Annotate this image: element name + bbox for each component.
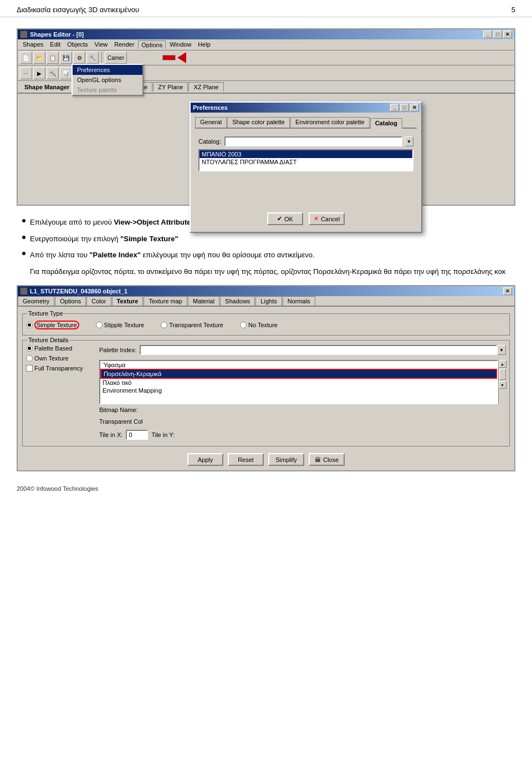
- red-minus-btn[interactable]: [162, 55, 176, 60]
- toolbar-new[interactable]: 📄: [20, 52, 32, 64]
- toolbar-copy[interactable]: 📋: [47, 52, 59, 64]
- toolbar-step[interactable]: 🔨: [47, 67, 59, 79]
- bullet-dot-2: [22, 252, 25, 255]
- palette-index-arrow[interactable]: ▼: [497, 345, 506, 355]
- obj-tab-material[interactable]: Material: [188, 296, 219, 306]
- toolbar-sep1: [101, 53, 102, 63]
- catalog-dropdown-arrow[interactable]: ▼: [405, 136, 413, 146]
- texture-item-1[interactable]: Πορσελάνη-Κεραμικά: [100, 369, 497, 379]
- listbox-item-1[interactable]: ΝΤΟΥΛΑΠΕΣ ΠΡΟΓΡΑΜΜΑ ΔΙΑΣΤ: [200, 158, 412, 166]
- footer-text: 2004© Infowood Technologies: [17, 485, 98, 492]
- texture-item-2[interactable]: Πλακό τικό: [100, 379, 497, 387]
- shapes-editor-title: Shapes Editor - [0]: [30, 31, 84, 38]
- red-arrow-btn[interactable]: [177, 52, 186, 63]
- radio-stipple-texture[interactable]: Stipple Texture: [96, 321, 145, 329]
- toolbar-icon4[interactable]: 📊: [60, 67, 72, 79]
- listbox-item-0[interactable]: ΜΠΑΝΙΟ 2003: [200, 150, 412, 158]
- catalog-form-row: Catalog: ▼: [198, 136, 413, 146]
- obj-tab-texture-map[interactable]: Texture map: [144, 296, 187, 306]
- obj-tab-texture[interactable]: Texture: [112, 296, 144, 306]
- texture-details-group: Texture Details Palette Based Own Textur…: [22, 340, 510, 446]
- texture-list-scrollbar[interactable]: ▲ ▼: [498, 360, 506, 404]
- menu-help[interactable]: Help: [195, 40, 213, 49]
- menu-view[interactable]: View: [92, 40, 111, 49]
- catalog-input[interactable]: [224, 136, 402, 146]
- radio-simple-texture[interactable]: Simple Texture: [26, 321, 79, 329]
- page-number: 5: [511, 6, 515, 14]
- scroll-down-arrow[interactable]: ▼: [499, 381, 507, 389]
- obj-tab-normals[interactable]: Normals: [283, 296, 315, 306]
- pref-tab-general[interactable]: General: [195, 117, 227, 128]
- dropdown-opengl[interactable]: OpenGL options: [73, 75, 142, 85]
- radio-transparent-texture[interactable]: Transparent Texture: [161, 321, 223, 329]
- radio-palette-based[interactable]: Palette Based: [26, 345, 93, 352]
- obj-tab-shadows[interactable]: Shadows: [220, 296, 255, 306]
- menu-shapes[interactable]: Shapes: [20, 40, 46, 49]
- tab-zyplane[interactable]: ZY Plane: [153, 82, 188, 92]
- palette-index-input[interactable]: [140, 345, 497, 355]
- scroll-up-arrow[interactable]: ▲: [499, 360, 507, 368]
- pref-close[interactable]: ✕: [410, 104, 419, 111]
- palette-index-label: Palette Index:: [99, 347, 136, 353]
- toolbar-play[interactable]: ▶: [33, 67, 45, 79]
- transparent-col-label: Transparent Col: [99, 418, 142, 425]
- toolbar-save[interactable]: 💾: [60, 52, 72, 64]
- toolbar-settings1[interactable]: ⚙: [73, 52, 85, 64]
- pref-tab-env-color[interactable]: Environment color palette: [290, 117, 370, 128]
- menu-render[interactable]: Render: [111, 40, 137, 49]
- dropdown-texture-palette: Texture palette: [73, 85, 142, 95]
- paragraph-content: Για παράδειγμα ορίζοντας πόρτα, το αντικ…: [30, 267, 505, 276]
- obj-tab-lights[interactable]: Lights: [255, 296, 282, 306]
- texture-item-0[interactable]: Ύφασμα: [100, 361, 497, 369]
- pref-minimize[interactable]: _: [390, 104, 399, 111]
- catalog-listbox[interactable]: ΜΠΑΝΙΟ 2003 ΝΤΟΥΛΑΠΕΣ ΠΡΟΓΡΑΜΜΑ ΔΙΑΣΤ: [198, 149, 413, 171]
- close-button[interactable]: ✕: [503, 31, 512, 38]
- bold-text-1: "Simple Texture": [120, 235, 178, 243]
- radio-no-texture[interactable]: No Texture: [240, 321, 278, 329]
- simplify-button[interactable]: Simplify: [268, 453, 304, 466]
- radio-no-texture-circle: [240, 322, 247, 328]
- ok-checkmark-icon: ✔: [277, 215, 282, 222]
- preferences-body: General Shape color palette Environment …: [191, 113, 421, 232]
- tab-xzplane[interactable]: XZ Plane: [188, 82, 223, 92]
- close-button[interactable]: 🏛 Close: [309, 453, 345, 466]
- scroll-thumb[interactable]: [499, 369, 506, 380]
- palette-based-label: Palette Based: [34, 345, 73, 352]
- radio-own-texture[interactable]: Own Texture: [26, 355, 93, 362]
- tile-x-input[interactable]: [126, 430, 148, 440]
- radio-transparent-circle: [161, 322, 167, 328]
- pref-tab-catalog[interactable]: Catalog: [370, 118, 402, 129]
- toolbar-open[interactable]: 📂: [33, 52, 45, 64]
- radio-own-circle: [26, 355, 33, 362]
- catalog-section: Catalog: ▼ ΜΠΑΝΙΟ 2003 ΝΤΟΥΛΑΠΕΣ ΠΡΟΓΡΑΜ…: [195, 133, 417, 208]
- preferences-titlebar: Preferences _ □ ✕: [191, 103, 421, 113]
- dropdown-preferences[interactable]: Preferences: [73, 65, 142, 75]
- page-title: Διαδικασία εισαγωγής 3D αντικειμένου: [17, 6, 139, 14]
- toolbar-settings2[interactable]: 🔧: [86, 52, 99, 64]
- menu-objects[interactable]: Objects: [64, 40, 90, 49]
- minimize-button[interactable]: _: [483, 31, 492, 38]
- reset-button[interactable]: Reset: [228, 453, 264, 466]
- maximize-button[interactable]: □: [493, 31, 502, 38]
- object-close-button[interactable]: ✕: [503, 287, 512, 295]
- menu-options[interactable]: Options: [138, 40, 166, 49]
- obj-tab-geometry[interactable]: Geometry: [18, 296, 54, 306]
- cancel-button[interactable]: ✕ Cancel: [309, 212, 345, 225]
- obj-tab-options[interactable]: Options: [55, 296, 86, 306]
- full-transparency-check[interactable]: Full Transparency: [26, 365, 93, 372]
- pref-maximize[interactable]: □: [400, 104, 409, 111]
- camera-button[interactable]: Camer: [105, 52, 127, 64]
- ok-button[interactable]: ✔ OK: [267, 212, 303, 225]
- menu-edit[interactable]: Edit: [47, 40, 63, 49]
- object-dialog-buttons: Apply Reset Simplify 🏛 Close: [22, 449, 510, 466]
- texture-item-3[interactable]: Environment Mapping: [100, 387, 497, 394]
- toolbar-dotted[interactable]: ⋯: [20, 67, 32, 79]
- texture-list[interactable]: Ύφασμα Πορσελάνη-Κεραμικά Πλακό τικό Env…: [99, 360, 498, 404]
- page-header: Διαδικασία εισαγωγής 3D αντικειμένου 5: [0, 0, 532, 17]
- pref-tab-shape-color[interactable]: Shape color palette: [227, 117, 290, 128]
- obj-tab-color[interactable]: Color: [86, 296, 111, 306]
- catalog-combo: ▼: [224, 136, 413, 146]
- apply-button[interactable]: Apply: [187, 453, 223, 466]
- close-icon: 🏛: [315, 456, 321, 463]
- menu-window[interactable]: Window: [167, 40, 194, 49]
